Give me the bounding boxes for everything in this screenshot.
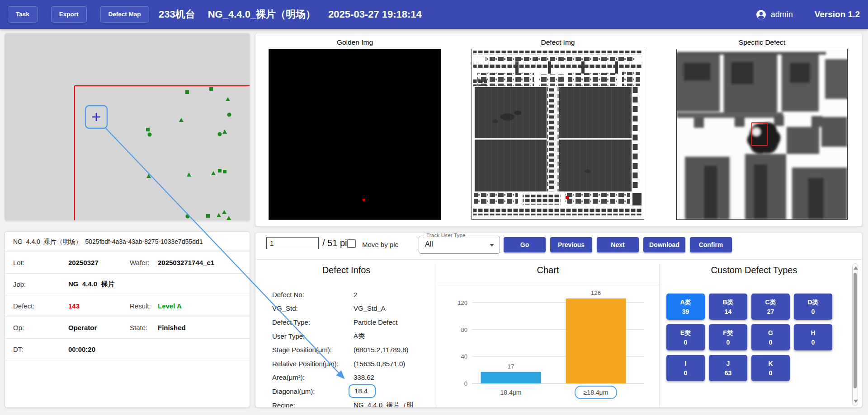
defect-marker-circle[interactable]	[148, 133, 152, 137]
info-label: Lot:	[13, 259, 68, 266]
track-user-type-value: All	[425, 240, 433, 248]
defect-type-label: G	[751, 328, 790, 338]
defect-type-count: 39	[666, 307, 705, 317]
golden-defect-mark	[363, 199, 365, 201]
defect-type-button-0[interactable]: A类39	[666, 294, 705, 320]
confirm-button[interactable]: Confirm	[690, 237, 732, 252]
defect-info-row: Relative Position(μm):(15635.0,8571.0)	[272, 357, 439, 371]
specific-defect-img	[676, 49, 848, 220]
divider	[659, 263, 660, 407]
info-value: NG_4.4.0_裸片	[68, 280, 130, 289]
info-label: Job:	[13, 280, 68, 288]
defect-size-chart: 040801201718.4μm126≥18.4μm	[437, 285, 659, 408]
previous-button[interactable]: Previous	[550, 237, 592, 252]
defect-info-value: A类	[354, 332, 365, 340]
defect-info-label: Diagonal(μm):	[272, 387, 354, 395]
defect-info-value: VG_Std_A	[354, 304, 386, 312]
defect-type-count: 0	[666, 338, 705, 347]
defect-infos-title: Defect Infos	[255, 265, 437, 275]
info-label: Defect:	[13, 302, 68, 310]
golden-img	[269, 49, 441, 220]
defect-type-count: 27	[751, 307, 790, 317]
defect-marker-square[interactable]	[185, 90, 189, 94]
defect-type-label: A类	[666, 298, 705, 307]
defect-img-title: Defect Img	[472, 33, 644, 49]
defect-marker-square[interactable]	[223, 170, 226, 173]
bar-value-label: 126	[591, 289, 601, 296]
user-icon	[755, 9, 767, 20]
go-button[interactable]: Go	[504, 237, 546, 252]
defect-marker-circle[interactable]	[218, 132, 222, 136]
defect-type-count: 0	[666, 368, 705, 378]
next-button[interactable]: Next	[597, 237, 639, 252]
defect-info-row: Defect Type:Particle Defect	[272, 315, 439, 329]
download-button[interactable]: Download	[643, 237, 685, 252]
track-user-type-select[interactable]: Track User Type All	[419, 236, 500, 254]
info-row: DT:00:00:20	[5, 339, 250, 360]
header-button-export[interactable]: Export	[51, 6, 87, 23]
username[interactable]: admin	[771, 10, 793, 19]
defect-type-label: K	[751, 359, 790, 368]
datetime: 2025-03-27 19:18:14	[328, 9, 422, 20]
x-tick-label[interactable]: ≥18.4μm	[584, 389, 609, 396]
defect-type-count: 0	[709, 338, 747, 347]
header-button-task[interactable]: Task	[8, 6, 38, 23]
header-button-defect-map[interactable]: Defect Map	[100, 6, 149, 23]
move-by-pic-checkbox[interactable]	[347, 239, 356, 248]
defect-info-value: (68015.2,11789.8)	[354, 346, 409, 354]
info-row: Op:OperatorState:Finished	[5, 317, 250, 339]
page-title: 233机台 NG_4.4.0_裸片（明场） 2025-03-27 19:18:1…	[159, 0, 422, 29]
defect-type-button-5[interactable]: F类0	[709, 324, 747, 350]
defect-info-value: (15635.0,8571.0)	[354, 360, 405, 368]
defect-info-row: Area(μm²):338.62	[272, 371, 439, 385]
page-number-input[interactable]	[266, 237, 319, 249]
info-value: 143	[68, 302, 130, 310]
defect-type-button-2[interactable]: C类27	[751, 294, 790, 320]
defect-marker-circle[interactable]	[186, 214, 190, 219]
chevron-down-icon	[490, 244, 494, 247]
scroll-up-icon[interactable]	[854, 266, 858, 270]
info-value: Operator	[68, 324, 130, 331]
defect-type-label: E类	[666, 328, 705, 338]
y-tick-label: 120	[458, 299, 467, 306]
defect-info-label: Stage Position(μm):	[272, 346, 354, 354]
info-value: Level A	[158, 302, 250, 310]
scrollbar[interactable]	[852, 263, 858, 406]
defect-type-button-6[interactable]: G0	[751, 324, 790, 350]
defect-type-button-4[interactable]: E类0	[666, 324, 705, 350]
chart-bar-0[interactable]	[481, 372, 541, 383]
defect-marker-square[interactable]	[209, 87, 213, 91]
x-tick-label[interactable]: 18.4μm	[500, 389, 522, 396]
defect-type-button-7[interactable]: H0	[794, 324, 832, 350]
defect-marker-square[interactable]	[206, 214, 210, 218]
defect-type-button-9[interactable]: J63	[709, 355, 747, 381]
info-value: Finished	[158, 324, 250, 331]
custom-defect-types-title: Custom Defect Types	[659, 265, 849, 275]
job-name: NG_4.4.0_裸片（明场）	[208, 8, 316, 21]
chart-bar-1[interactable]	[566, 298, 626, 383]
defect-info-value: NG_4.4.0_裸片（明	[354, 401, 414, 408]
defect-marker-square[interactable]	[218, 169, 222, 173]
defect-type-count: 14	[709, 307, 747, 317]
defect-type-button-10[interactable]: K0	[751, 355, 790, 381]
info-value: 202503271744_c1	[158, 259, 250, 266]
defect-type-button-1[interactable]: B类14	[709, 294, 747, 320]
defect-marker-square[interactable]	[146, 128, 150, 131]
scroll-down-icon[interactable]	[854, 400, 858, 403]
defect-type-label: D类	[794, 298, 832, 307]
defect-info-row: Defect No:2	[272, 288, 439, 302]
defect-type-button-3[interactable]: D类0	[794, 294, 832, 320]
defect-type-button-8[interactable]: I0	[666, 355, 705, 381]
info-row: Job:NG_4.4.0_裸片	[5, 274, 250, 295]
defect-type-label: H	[794, 328, 832, 338]
app-header: TaskExportDefect Map 233机台 NG_4.4.0_裸片（明…	[0, 0, 868, 29]
scrollbar-thumb[interactable]	[854, 273, 857, 388]
defect-type-count: 0	[794, 338, 832, 347]
defect-map-canvas	[5, 33, 250, 221]
images-panel: Golden Img Defect Img	[255, 33, 863, 227]
defect-type-label: C类	[751, 298, 790, 307]
defect-map-panel	[5, 33, 250, 221]
defect-type-label: I	[666, 359, 705, 368]
info-value: 00:00:20	[68, 345, 130, 353]
defect-marker-circle[interactable]	[227, 113, 231, 117]
